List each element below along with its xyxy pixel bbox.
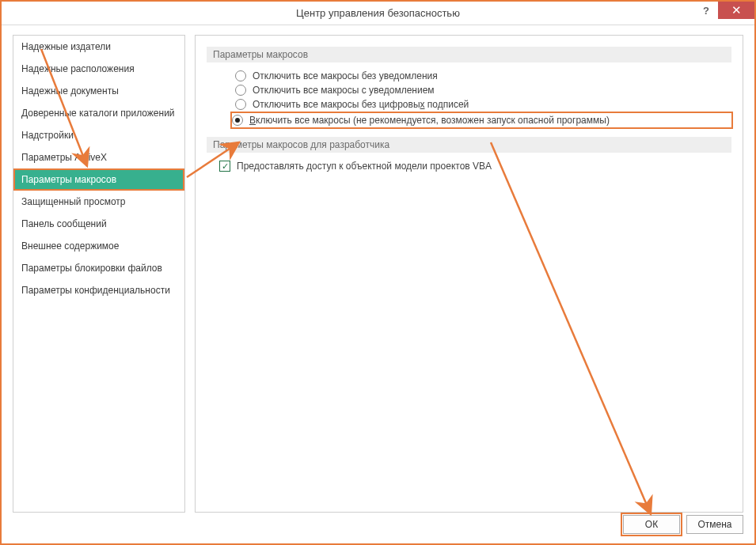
sidebar-item-label: Параметры макросов bbox=[21, 174, 116, 185]
sidebar-item-label: Доверенные каталоги приложений bbox=[21, 108, 175, 119]
sidebar-item[interactable]: Параметры конфиденциальности bbox=[13, 279, 184, 301]
sidebar-item[interactable]: Защищенный просмотр bbox=[13, 191, 184, 213]
vba-access-checkbox-row[interactable]: ✓ Предоставлять доступ к объектной модел… bbox=[207, 161, 731, 172]
sidebar: Надежные издателиНадежные расположенияНа… bbox=[13, 35, 185, 513]
radio-label: Отключить все макросы без уведомления bbox=[253, 70, 438, 81]
sidebar-item[interactable]: Параметры макросов bbox=[13, 168, 184, 191]
window-title: Центр управления безопасностью bbox=[2, 7, 754, 19]
sidebar-item[interactable]: Надежные расположения bbox=[13, 58, 184, 80]
sidebar-item-label: Надежные документы bbox=[21, 85, 119, 97]
macro-radio-option[interactable]: Включить все макросы (не рекомендуется, … bbox=[232, 113, 731, 127]
titlebar-controls: ? ✕ bbox=[694, 2, 754, 24]
sidebar-item-label: Защищенный просмотр bbox=[21, 196, 126, 207]
sidebar-item[interactable]: Параметры блокировки файлов bbox=[13, 257, 184, 279]
sidebar-item[interactable]: Параметры ActiveX bbox=[13, 146, 184, 168]
group-header-macros: Параметры макросов bbox=[207, 47, 731, 62]
dialog-footer: ОК Отмена bbox=[623, 515, 743, 534]
sidebar-item[interactable]: Надстройки bbox=[13, 124, 184, 146]
checkbox-icon: ✓ bbox=[219, 161, 230, 172]
ok-button[interactable]: ОК bbox=[623, 515, 680, 534]
sidebar-item-label: Параметры блокировки файлов bbox=[21, 263, 162, 274]
macro-radio-group: Отключить все макросы без уведомленияОтк… bbox=[207, 70, 731, 127]
sidebar-item[interactable]: Доверенные каталоги приложений bbox=[13, 102, 184, 124]
macro-radio-option[interactable]: Отключить все макросы без цифровых подпи… bbox=[235, 99, 731, 110]
radio-icon bbox=[235, 70, 246, 81]
macro-radio-option[interactable]: Отключить все макросы с уведомлением bbox=[235, 85, 731, 96]
macro-radio-option[interactable]: Отключить все макросы без уведомления bbox=[235, 70, 731, 81]
dialog-body: Надежные издателиНадежные расположенияНа… bbox=[2, 25, 754, 543]
radio-icon bbox=[232, 115, 243, 126]
vba-access-label: Предоставлять доступ к объектной модели … bbox=[237, 161, 492, 172]
radio-label: Включить все макросы (не рекомендуется, … bbox=[249, 115, 610, 126]
radio-icon bbox=[235, 99, 246, 110]
sidebar-item-label: Параметры ActiveX bbox=[21, 152, 107, 163]
content-pane: Параметры макросов Отключить все макросы… bbox=[195, 35, 743, 513]
radio-label: Отключить все макросы без цифровых подпи… bbox=[253, 99, 469, 110]
sidebar-item-label: Надежные расположения bbox=[21, 63, 135, 74]
dialog-window: Центр управления безопасностью ? ✕ Надеж… bbox=[0, 0, 756, 545]
titlebar: Центр управления безопасностью ? ✕ bbox=[2, 2, 754, 25]
sidebar-item-label: Внешнее содержимое bbox=[21, 240, 119, 252]
sidebar-item[interactable]: Надежные издатели bbox=[13, 36, 184, 58]
close-button[interactable]: ✕ bbox=[718, 2, 754, 19]
sidebar-item-label: Надстройки bbox=[21, 130, 74, 141]
radio-icon bbox=[235, 85, 246, 96]
group-header-developer: Параметры макросов для разработчика bbox=[207, 137, 731, 153]
cancel-button[interactable]: Отмена bbox=[686, 515, 743, 534]
sidebar-item[interactable]: Панель сообщений bbox=[13, 213, 184, 235]
sidebar-item[interactable]: Надежные документы bbox=[13, 80, 184, 102]
sidebar-item[interactable]: Внешнее содержимое bbox=[13, 235, 184, 257]
sidebar-item-label: Надежные издатели bbox=[21, 41, 111, 52]
sidebar-item-label: Панель сообщений bbox=[21, 218, 107, 229]
close-icon: ✕ bbox=[731, 3, 742, 17]
radio-label: Отключить все макросы с уведомлением bbox=[253, 85, 435, 96]
sidebar-item-label: Параметры конфиденциальности bbox=[21, 285, 170, 296]
panes: Надежные издателиНадежные расположенияНа… bbox=[13, 35, 743, 513]
help-button[interactable]: ? bbox=[694, 2, 718, 19]
